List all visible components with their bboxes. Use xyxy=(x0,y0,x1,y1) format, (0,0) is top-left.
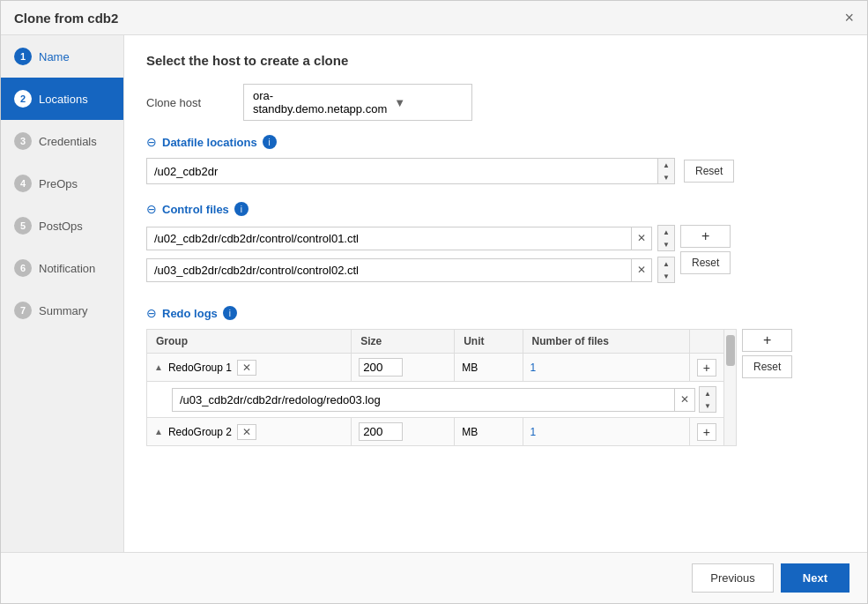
control-files-info-icon[interactable]: i xyxy=(234,202,249,216)
cf2-scroll-down[interactable]: ▼ xyxy=(658,270,674,282)
sidebar-item-postops[interactable]: 5 PostOps xyxy=(1,205,123,247)
clone-host-row: Clone host ora-standby.demo.netapp.com ▼ xyxy=(146,84,845,121)
redo-group-1-unit: MB xyxy=(455,354,523,382)
cf2-scroll: ▲ ▼ xyxy=(657,257,675,283)
next-button[interactable]: Next xyxy=(781,563,849,593)
cf1-scroll-down[interactable]: ▼ xyxy=(658,238,674,250)
datafile-input-row: ▲ ▼ Reset xyxy=(146,158,845,184)
redo-file-1-scroll: ▲ ▼ xyxy=(699,386,716,413)
control-file-input-box-2: ✕ xyxy=(146,258,652,282)
control-file-clear-1[interactable]: ✕ xyxy=(631,227,651,250)
datafile-section: ⊖ Datafile locations i ▲ ▼ Reset xyxy=(146,135,845,184)
redo-group-1-add: + xyxy=(689,354,723,382)
group-1-remove-btn[interactable]: ✕ xyxy=(237,360,256,376)
redo-add-group-btn[interactable]: + xyxy=(742,329,792,352)
group-1-size-input[interactable] xyxy=(359,358,403,377)
datafile-section-header[interactable]: ⊖ Datafile locations i xyxy=(146,135,845,149)
redo-logs-section: ⊖ Redo logs i Group Size Un xyxy=(146,306,845,446)
clone-host-select[interactable]: ora-standby.demo.netapp.com ▼ xyxy=(243,84,472,121)
redo-group-2-name: ▲ RedoGroup 2 ✕ xyxy=(147,418,352,446)
close-button[interactable]: × xyxy=(844,10,854,26)
control-files-collapse-icon: ⊖ xyxy=(146,202,157,216)
sidebar-item-preops[interactable]: 4 PreOps xyxy=(1,162,123,205)
sidebar-label-name: Name xyxy=(39,50,70,63)
datafile-reset-btn[interactable]: Reset xyxy=(684,160,734,183)
step-num-6: 6 xyxy=(14,259,32,277)
redo-group-2-size xyxy=(352,418,455,446)
redo-file-row-1: ✕ ▲ ▼ xyxy=(147,382,724,418)
control-files-label: Control files xyxy=(162,203,229,216)
clone-dialog: Clone from cdb2 × 1 Name 2 Locations 3 C… xyxy=(0,0,868,604)
group-1-add-file-btn[interactable]: + xyxy=(697,359,716,377)
group-2-size-input[interactable] xyxy=(359,422,403,441)
sidebar-label-postops: PostOps xyxy=(39,220,83,233)
col-num-files: Number of files xyxy=(523,330,689,354)
control-files-reset-btn[interactable]: Reset xyxy=(680,251,731,274)
redo-table-with-scrollbar: Group Size Unit Number of files xyxy=(146,329,737,446)
control-files-header[interactable]: ⊖ Control files i xyxy=(146,202,845,216)
clone-host-label: Clone host xyxy=(146,96,234,109)
step-num-7: 7 xyxy=(14,302,32,319)
redo-table-container: Group Size Unit Number of files xyxy=(146,329,737,446)
redo-logs-header[interactable]: ⊖ Redo logs i xyxy=(146,306,845,320)
sidebar: 1 Name 2 Locations 3 Credentials 4 PreOp… xyxy=(1,35,124,552)
step-num-5: 5 xyxy=(14,217,32,235)
datafile-scroll-up[interactable]: ▲ xyxy=(658,159,674,171)
group-2-add-file-btn[interactable]: + xyxy=(697,423,716,441)
control-file-clear-2[interactable]: ✕ xyxy=(631,259,651,281)
redo-reset-btn[interactable]: Reset xyxy=(742,355,792,378)
control-files-content: ✕ ▲ ▼ ✕ xyxy=(146,225,845,288)
control-file-input-1[interactable] xyxy=(147,227,631,250)
datafile-scroll-down[interactable]: ▼ xyxy=(658,171,674,183)
table-scrollbar[interactable] xyxy=(724,329,737,446)
redo-file-1-up[interactable]: ▲ xyxy=(700,387,716,399)
step-num-1: 1 xyxy=(14,48,32,65)
group-2-label: RedoGroup 2 xyxy=(168,426,232,438)
datafile-scroll-btns: ▲ ▼ xyxy=(657,159,674,183)
redo-group-1-name: ▲ RedoGroup 1 ✕ xyxy=(147,354,352,382)
previous-button[interactable]: Previous xyxy=(692,563,774,593)
control-file-input-2[interactable] xyxy=(147,259,631,281)
redo-file-cell-1: ✕ ▲ ▼ xyxy=(147,382,724,418)
cf2-scroll-up[interactable]: ▲ xyxy=(658,257,674,270)
datafile-section-label: Datafile locations xyxy=(162,136,257,149)
redo-group-2-add: + xyxy=(689,418,723,446)
redo-group-1-size xyxy=(352,354,455,382)
scrollbar-thumb xyxy=(726,335,735,366)
control-file-input-box-1: ✕ xyxy=(146,227,652,250)
redo-logs-info-icon[interactable]: i xyxy=(223,306,237,320)
sidebar-label-credentials: Credentials xyxy=(39,135,97,148)
sidebar-item-summary[interactable]: 7 Summary xyxy=(1,289,123,332)
datafile-input[interactable] xyxy=(147,159,657,183)
control-files-section: ⊖ Control files i ✕ ▲ xyxy=(146,202,845,288)
redo-group-row-1: ▲ RedoGroup 1 ✕ MB xyxy=(147,354,724,382)
group-1-numfiles-link[interactable]: 1 xyxy=(530,362,537,374)
group-2-triangle-icon: ▲ xyxy=(154,427,163,436)
redo-action-btns: + Reset xyxy=(742,329,792,378)
redo-file-input-1[interactable] xyxy=(173,389,674,411)
col-group: Group xyxy=(147,330,352,354)
group-2-numfiles-link[interactable]: 1 xyxy=(530,426,537,438)
cf1-scroll: ▲ ▼ xyxy=(657,225,675,251)
group-1-label: RedoGroup 1 xyxy=(168,362,232,374)
control-files-inputs: ✕ ▲ ▼ ✕ xyxy=(146,225,675,288)
sidebar-item-locations[interactable]: 2 Locations xyxy=(1,78,123,120)
group-2-remove-btn[interactable]: ✕ xyxy=(237,424,256,440)
step-num-4: 4 xyxy=(14,175,32,192)
control-files-add-btn[interactable]: + xyxy=(680,225,731,248)
redo-group-2-numfiles: 1 xyxy=(523,418,689,446)
control-file-row-2: ✕ ▲ ▼ xyxy=(146,257,675,283)
datafile-info-icon[interactable]: i xyxy=(263,135,277,149)
redo-file-input-box-1: ✕ xyxy=(172,388,695,412)
sidebar-item-credentials[interactable]: 3 Credentials xyxy=(1,120,123,162)
sidebar-item-notification[interactable]: 6 Notification xyxy=(1,247,123,289)
cf1-scroll-up[interactable]: ▲ xyxy=(658,226,674,238)
redo-group-1-numfiles: 1 xyxy=(523,354,689,382)
sidebar-label-preops: PreOps xyxy=(39,177,78,190)
sidebar-item-name[interactable]: 1 Name xyxy=(1,35,123,78)
redo-file-1-down[interactable]: ▼ xyxy=(700,399,716,412)
sidebar-label-notification: Notification xyxy=(39,262,95,275)
redo-file-clear-1[interactable]: ✕ xyxy=(674,389,694,411)
redo-file-input-row-1: ✕ ▲ ▼ xyxy=(154,386,716,413)
dropdown-arrow-icon: ▼ xyxy=(394,96,463,109)
